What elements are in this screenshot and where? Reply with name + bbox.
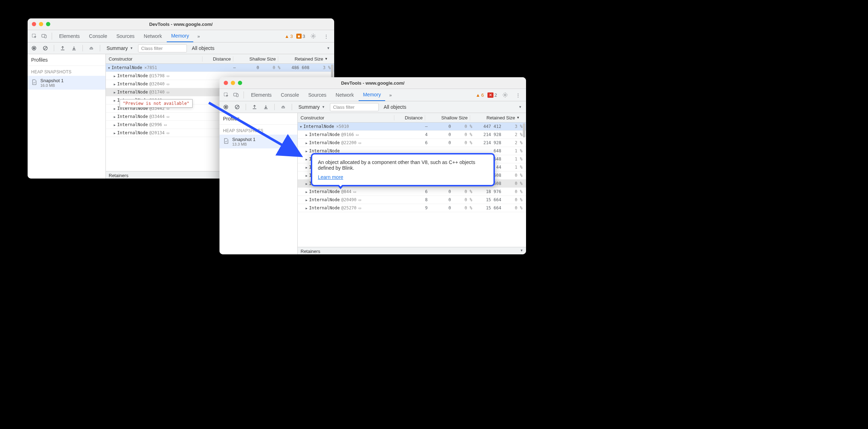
expand-icon[interactable] [305,140,308,145]
tab-network[interactable]: Network [331,89,358,101]
record-icon[interactable] [222,103,230,111]
inspect-icon[interactable] [222,90,231,100]
table-row[interactable]: InternalNode@9166▭400 %214 9282 % [298,131,526,139]
device-mode-icon[interactable] [232,90,241,100]
import-icon[interactable] [262,103,270,111]
tab-elements[interactable]: Elements [55,30,84,42]
maximize-icon[interactable] [46,22,50,26]
retainers-dropdown-icon[interactable]: ▼ [520,249,523,254]
expand-icon[interactable] [113,130,116,135]
expand-icon[interactable] [113,73,116,78]
tab-console[interactable]: Console [85,30,111,42]
window-controls[interactable] [28,22,50,26]
tab-memory[interactable]: Memory [167,30,193,42]
errors-badge[interactable]: ■3 [296,34,305,39]
scrollbar[interactable] [523,123,525,137]
expand-icon[interactable] [305,197,308,202]
record-icon[interactable] [30,44,38,52]
expand-icon[interactable] [305,165,308,170]
table-row[interactable]: InternalNode@25270▭900 %15 6640 % [298,204,526,212]
clear-icon[interactable] [233,103,241,111]
device-mode-icon[interactable] [40,32,49,41]
expand-icon[interactable] [305,181,308,186]
open-icon[interactable]: ▭ [354,189,356,194]
tab-elements[interactable]: Elements [247,89,276,101]
warnings-badge[interactable]: ▲ 3 [285,34,293,39]
scope-dropdown-icon[interactable]: ▼ [327,46,332,50]
kebab-icon[interactable]: ⋮ [321,32,331,41]
gc-icon[interactable] [279,103,287,111]
kebab-icon[interactable]: ⋮ [513,90,522,100]
retainers-panel[interactable]: Retainers▼ [298,247,526,254]
col-constructor[interactable]: Constructor [298,115,394,120]
more-tabs-icon[interactable]: » [194,32,203,41]
table-row[interactable]: InternalNode@844▭600 %18 9760 % [298,188,526,196]
scope-select[interactable]: All objects [192,45,215,51]
gc-icon[interactable] [87,44,96,52]
learn-more-link[interactable]: Learn more [318,174,343,180]
expand-icon[interactable] [305,132,308,137]
col-distance[interactable]: Distance [394,115,425,120]
expand-icon[interactable] [305,189,308,194]
expand-icon[interactable] [113,122,116,127]
close-icon[interactable] [32,22,36,26]
scope-dropdown-icon[interactable]: ▼ [519,105,524,109]
open-icon[interactable]: ▭ [356,132,359,137]
tab-network[interactable]: Network [139,30,166,42]
expand-icon[interactable] [113,98,116,103]
expand-icon[interactable] [107,65,111,70]
export-icon[interactable] [58,44,67,52]
expand-icon[interactable] [113,90,116,95]
open-icon[interactable]: ▭ [167,81,169,86]
col-shallow[interactable]: Shallow Size [233,56,278,62]
view-select[interactable]: Summary ▼ [104,45,135,52]
open-icon[interactable]: ▭ [167,114,169,119]
col-shallow[interactable]: Shallow Size [425,115,470,120]
errors-badge[interactable]: ✕2 [487,92,497,98]
table-row[interactable]: InternalNode@22200▭600 %214 9282 % [298,139,526,147]
snapshot-item[interactable]: Snapshot 1 16.0 MB [28,76,105,90]
open-icon[interactable]: ▭ [167,90,169,95]
open-icon[interactable]: ▭ [167,73,169,78]
maximize-icon[interactable] [238,81,242,85]
snapshot-item[interactable]: Snapshot 1 13.3 MB [219,135,297,148]
class-filter-input[interactable]: Class filter [138,44,187,52]
tab-memory[interactable]: Memory [359,89,385,101]
inspect-icon[interactable] [30,32,39,41]
group-row[interactable]: InternalNode×5010 – 0 0 % 447 412 3 % [298,123,526,131]
class-filter-input[interactable]: Class filter [330,103,379,111]
open-icon[interactable]: ▭ [164,122,167,127]
tab-console[interactable]: Console [276,89,303,101]
open-icon[interactable]: ▭ [359,197,361,202]
open-icon[interactable]: ▭ [359,140,361,145]
scope-select[interactable]: All objects [384,104,406,110]
expand-icon[interactable] [113,81,116,86]
col-constructor[interactable]: Constructor [106,56,202,62]
expand-icon[interactable] [305,205,308,210]
import-icon[interactable] [70,44,78,52]
tab-sources[interactable]: Sources [304,89,331,101]
tab-sources[interactable]: Sources [112,30,139,42]
export-icon[interactable] [250,103,259,111]
col-distance[interactable]: Distance [202,56,233,62]
view-select[interactable]: Summary ▼ [296,103,327,111]
col-retained[interactable]: Retained Size▼ [278,56,334,62]
group-row[interactable]: InternalNode×7851 – 0 0 % 486 608 3 % [106,64,334,72]
clear-icon[interactable] [41,44,50,52]
minimize-icon[interactable] [231,81,235,85]
open-icon[interactable]: ▭ [167,130,169,135]
warnings-badge[interactable]: ▲ 6 [476,92,484,98]
open-icon[interactable]: ▭ [359,205,361,210]
close-icon[interactable] [224,81,228,85]
expand-icon[interactable] [305,157,308,162]
more-tabs-icon[interactable]: » [386,90,395,100]
scrollbar[interactable] [331,64,333,79]
expand-icon[interactable] [299,124,303,129]
settings-icon[interactable] [501,90,510,100]
col-retained[interactable]: Retained Size▼ [470,115,526,120]
minimize-icon[interactable] [39,22,43,26]
expand-icon[interactable] [113,106,116,111]
table-row[interactable]: InternalNode@20490▭800 %15 6640 % [298,196,526,204]
settings-icon[interactable] [309,32,318,41]
expand-icon[interactable] [305,148,308,153]
